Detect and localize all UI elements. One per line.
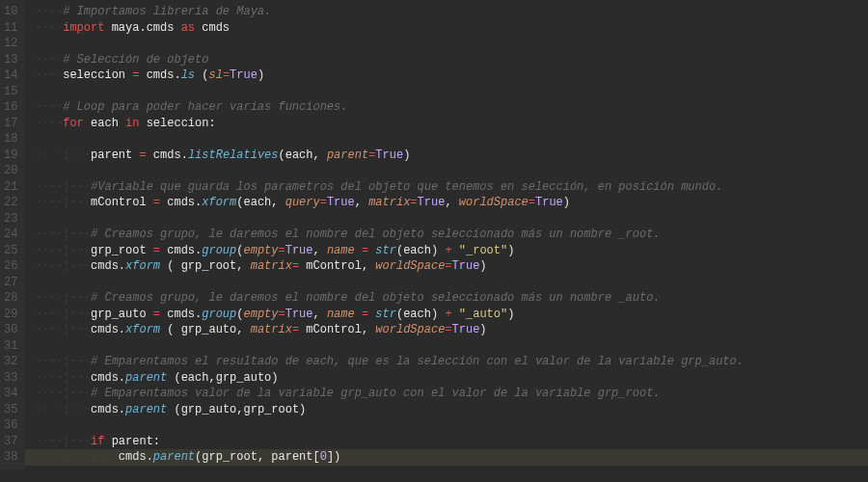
- line-number: 23: [4, 211, 17, 228]
- token-id: cmds: [195, 21, 230, 35]
- code-line[interactable]: [35, 36, 744, 52]
- code-line[interactable]: ····¦···mControl = cmds.xform(each, quer…: [35, 195, 744, 211]
- token-kw: if: [91, 435, 104, 448]
- token-id: ): [563, 196, 570, 209]
- token-id: ,: [355, 196, 368, 209]
- token-id: (each,: [236, 196, 285, 209]
- token-fn: xform: [202, 196, 236, 209]
- code-line[interactable]: ····¦···parent = cmds.listRelatives(each…: [35, 147, 744, 164]
- token-id: cmds.: [147, 148, 188, 162]
- code-line[interactable]: [35, 417, 744, 434]
- line-number: 13: [4, 52, 17, 68]
- code-line[interactable]: ····¦···# Creamos grupo, le daremos el n…: [35, 227, 744, 243]
- code-line[interactable]: [35, 338, 744, 355]
- token-bol: True: [535, 196, 563, 209]
- line-number: 12: [4, 36, 17, 52]
- code-line[interactable]: [35, 211, 744, 228]
- code-line[interactable]: ····¦···cmds.xform ( grp_root, matrix= m…: [35, 258, 744, 275]
- code-line[interactable]: ····# Selección de objeto: [35, 52, 744, 68]
- token-id: (grp_auto,grp_root): [167, 403, 306, 416]
- indent-guide: ····: [35, 291, 63, 305]
- code-line[interactable]: ····¦···cmds.xform ( grp_auto, matrix= m…: [35, 322, 744, 338]
- line-number: 30: [4, 322, 17, 338]
- token-num: 0: [320, 450, 327, 464]
- token-fn: group: [202, 308, 236, 321]
- token-op: +: [445, 244, 451, 257]
- token-id: (each,grp_auto): [167, 371, 278, 385]
- token-id: (: [195, 68, 208, 82]
- line-number: 29: [4, 307, 17, 323]
- token-id: seleccion: [63, 68, 132, 82]
- token-op: =: [223, 68, 230, 82]
- token-id: ): [479, 323, 486, 336]
- token-str: "_root": [459, 244, 507, 257]
- token-id: (each,: [279, 148, 327, 162]
- code-line[interactable]: ····¦···#Variable que guarda los paramet…: [35, 179, 744, 196]
- indent-guide: ····: [35, 148, 63, 162]
- line-number: 16: [4, 99, 17, 116]
- code-area[interactable]: ····# Importamos libreria de Maya.····im…: [25, 0, 744, 469]
- token-id: grp_auto: [91, 308, 153, 321]
- line-number: 18: [4, 131, 17, 147]
- line-number: 10: [4, 4, 17, 20]
- indent-guide: ····: [35, 244, 63, 257]
- code-line[interactable]: ····# Importamos libreria de Maya.: [35, 4, 744, 20]
- indent-guide: ¦···: [63, 259, 91, 273]
- code-line[interactable]: ····# Loop para poder hacer varias funci…: [35, 99, 744, 116]
- line-number: 31: [4, 338, 17, 355]
- code-line[interactable]: [35, 84, 744, 100]
- code-line[interactable]: ····¦···¦···cmds.parent(grp_root, parent…: [25, 449, 868, 466]
- code-line[interactable]: [35, 163, 744, 179]
- code-line[interactable]: ····¦···cmds.parent (grp_auto,grp_root): [35, 402, 744, 418]
- code-editor[interactable]: 1011121314151617181920212223242526272829…: [0, 0, 868, 469]
- line-number: 34: [4, 386, 17, 402]
- token-id: parent:: [104, 435, 160, 448]
- code-line[interactable]: ····¦···grp_auto = cmds.group(empty=True…: [35, 307, 744, 323]
- code-line[interactable]: ····seleccion = cmds.ls (sl=True): [35, 67, 744, 84]
- indent-guide: ¦···: [63, 148, 91, 162]
- token-kw: in: [125, 117, 139, 130]
- code-line[interactable]: ····¦···# Emparentamos valor de la varia…: [35, 386, 744, 402]
- token-cmt: # Creamos grupo, le daremos el nombre de…: [91, 291, 661, 305]
- token-id: [452, 308, 459, 321]
- code-line[interactable]: ····for each in seleccion:: [35, 116, 744, 132]
- indent-guide: ¦···: [91, 450, 119, 464]
- token-cmt: # Loop para poder hacer varias funciones…: [63, 100, 347, 114]
- indent-guide: ¦···: [63, 403, 91, 416]
- line-number: 21: [4, 179, 17, 196]
- code-line[interactable]: ····¦···# Creamos grupo, le daremos el n…: [35, 290, 744, 307]
- code-line[interactable]: [35, 275, 744, 291]
- indent-guide: ····: [35, 323, 63, 336]
- line-number: 37: [4, 434, 17, 450]
- indent-guide: ¦···: [63, 291, 91, 305]
- token-id: cmds.: [139, 68, 180, 82]
- token-op: =: [279, 244, 285, 257]
- token-par: worldSpace: [459, 196, 529, 209]
- token-fn: xform: [125, 259, 160, 273]
- code-line[interactable]: ····¦···grp_root = cmds.group(empty=True…: [35, 243, 744, 259]
- code-line[interactable]: ····import maya.cmds as cmds: [35, 20, 744, 37]
- token-op: =: [153, 244, 160, 257]
- code-line[interactable]: ····¦···if parent:: [35, 434, 744, 450]
- code-line[interactable]: [35, 131, 744, 147]
- token-id: grp_root: [91, 244, 153, 257]
- indent-guide: ····: [35, 403, 63, 416]
- line-number: 38: [4, 449, 17, 466]
- token-cmt: # Creamos grupo, le daremos el nombre de…: [91, 228, 661, 241]
- line-number: 11: [4, 20, 17, 37]
- token-cmt: # Emparentamos valor de la variable grp_…: [91, 387, 661, 400]
- token-cmt: #Variable que guarda los parametros del …: [91, 180, 722, 194]
- token-id: ): [479, 259, 486, 273]
- code-line[interactable]: ····¦···cmds.parent (each,grp_auto): [35, 370, 744, 387]
- token-op: +: [445, 308, 451, 321]
- token-id: ,: [313, 308, 327, 321]
- token-id: cmds.: [160, 196, 202, 209]
- token-fn: parent: [153, 450, 195, 464]
- line-number-gutter: 1011121314151617181920212223242526272829…: [0, 0, 25, 469]
- line-number: 27: [4, 275, 17, 291]
- indent-guide: ····: [35, 196, 63, 209]
- token-par: worldSpace: [375, 323, 445, 336]
- code-line[interactable]: ····¦···# Emparentamos el resultado de e…: [35, 354, 744, 370]
- indent-guide: ····: [35, 180, 63, 194]
- indent-guide: ····: [35, 259, 63, 273]
